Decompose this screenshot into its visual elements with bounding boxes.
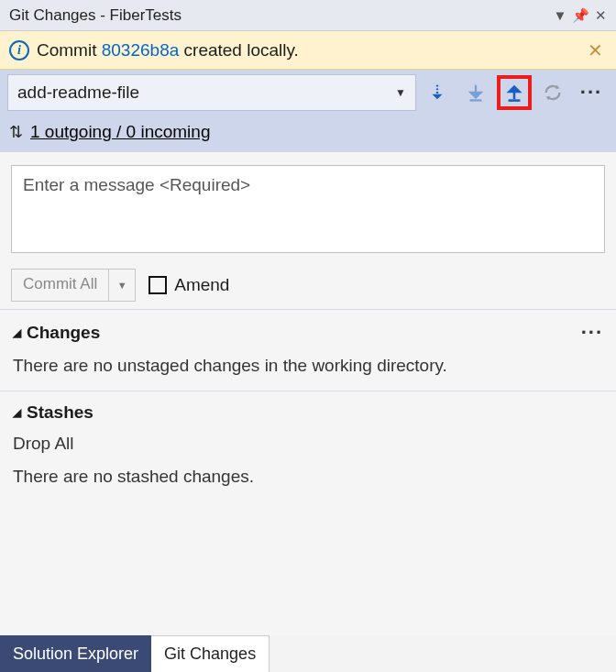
drop-all-link[interactable]: Drop All [13,434,603,454]
sync-status-bar: ⇅ 1 outgoing / 0 incoming [0,116,616,152]
stashes-section: ◢ Stashes Drop All There are no stashed … [0,391,616,501]
changes-header[interactable]: ◢ Changes ··· [13,321,603,345]
svg-rect-1 [509,99,521,102]
notification-prefix: Commit [37,40,102,60]
close-icon[interactable]: ✕ [590,7,610,24]
pin-icon[interactable]: 📌 [570,7,590,24]
titlebar: Git Changes - FiberTests ▼ 📌 ✕ [0,0,616,31]
stashes-empty-text: There are no stashed changes. [13,467,254,486]
notification-close-icon[interactable]: ✕ [584,39,607,61]
commit-link[interactable]: 80326b8a [102,40,180,60]
tab-git-changes[interactable]: Git Changes [151,635,270,672]
chevron-down-icon: ▼ [395,86,406,99]
svg-rect-0 [470,99,482,101]
outgoing-incoming-link[interactable]: 1 outgoing / 0 incoming [30,122,210,142]
panel-title: Git Changes - FiberTests [9,6,550,25]
stashes-title: Stashes [27,402,94,423]
branch-dropdown[interactable]: add-readme-file ▼ [7,74,416,111]
changes-title: Changes [27,323,100,343]
commit-all-button[interactable]: Commit All ▼ [11,269,136,302]
changes-more-icon[interactable]: ··· [581,321,603,345]
changes-section: ◢ Changes ··· There are no unstaged chan… [0,309,616,391]
commit-area: Commit All ▼ Amend [0,152,616,309]
swap-icon: ⇅ [9,122,23,142]
collapse-icon: ◢ [13,326,21,339]
commit-message-input[interactable] [11,165,605,253]
fetch-button[interactable] [420,75,455,110]
amend-checkbox[interactable]: Amend [148,275,229,295]
checkbox-icon [148,276,167,294]
info-icon: i [9,40,29,61]
tab-solution-explorer[interactable]: Solution Explorer [0,635,151,672]
commit-dropdown-icon[interactable]: ▼ [109,270,135,301]
pull-button[interactable] [458,75,493,110]
ellipsis-icon: ··· [580,81,602,105]
window-options-icon[interactable]: ▼ [550,7,570,23]
more-actions-button[interactable]: ··· [574,75,609,110]
notification-message: Commit 80326b8a created locally. [37,40,584,61]
commit-controls: Commit All ▼ Amend [11,269,605,302]
collapse-icon: ◢ [13,406,21,419]
bottom-tabs: Solution Explorer Git Changes [0,635,616,672]
branch-name: add-readme-file [17,83,395,103]
changes-empty-text: There are no unstaged changes in the wor… [13,356,603,376]
notification-suffix: created locally. [179,40,299,60]
sync-button[interactable] [535,75,570,110]
amend-label: Amend [174,275,229,295]
notification-bar: i Commit 80326b8a created locally. ✕ [0,31,616,70]
branch-toolbar: add-readme-file ▼ ··· [0,70,616,116]
stashes-header[interactable]: ◢ Stashes [13,402,603,423]
commit-button-label: Commit All [12,270,109,301]
push-button[interactable] [497,75,532,110]
